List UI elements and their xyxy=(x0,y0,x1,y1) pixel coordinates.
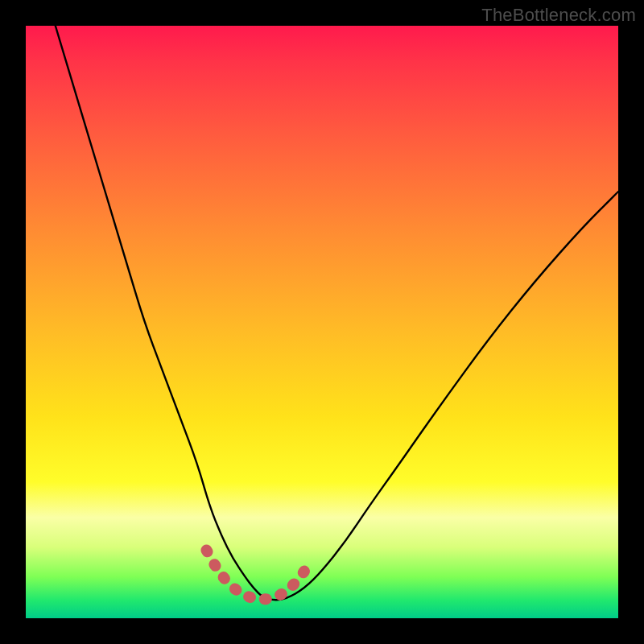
bottleneck-curve xyxy=(56,26,618,600)
watermark-text: TheBottleneck.com xyxy=(481,5,636,26)
chart-svg xyxy=(26,26,618,618)
chart-frame: TheBottleneck.com xyxy=(0,0,644,644)
plot-area xyxy=(26,26,618,618)
